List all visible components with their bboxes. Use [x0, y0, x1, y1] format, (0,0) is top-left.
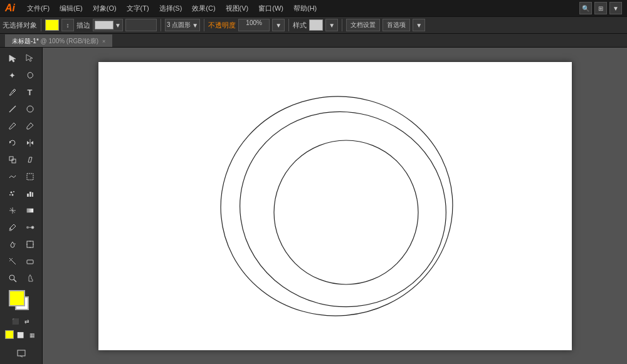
tool-row-7: [4, 152, 39, 168]
tab-close-button[interactable]: ×: [102, 38, 105, 44]
color-swatch-container: [9, 290, 34, 313]
stroke-arrow[interactable]: ↕: [61, 19, 74, 31]
menu-window[interactable]: 窗口(W): [254, 3, 288, 14]
menu-object[interactable]: 对象(O): [88, 3, 121, 14]
selection-tool[interactable]: [4, 50, 21, 66]
menu-view[interactable]: 视图(V): [221, 3, 253, 14]
column-graph-tool[interactable]: [21, 185, 39, 202]
svg-point-35: [211, 86, 461, 325]
artboard: [98, 62, 572, 350]
main-area: ✦ T: [0, 48, 627, 364]
shear-tool[interactable]: [21, 152, 39, 168]
svg-line-31: [14, 279, 16, 282]
scale-tool[interactable]: [4, 152, 21, 168]
menu-select[interactable]: 选择(S): [155, 3, 187, 14]
opacity-arrow[interactable]: ▼: [272, 19, 285, 31]
warp-tool[interactable]: [4, 169, 21, 185]
svg-rect-4: [9, 157, 13, 160]
fill-swatch[interactable]: [45, 19, 59, 31]
gradient-fill-icon[interactable]: ▦: [28, 330, 38, 340]
app-logo: Ai: [5, 3, 15, 14]
tool-row-12: [4, 236, 39, 252]
prefs-button[interactable]: 首选项: [382, 19, 410, 31]
menu-help[interactable]: 帮助(H): [289, 3, 321, 14]
point-style-dropdown[interactable]: 3 点圆形▼: [165, 19, 200, 31]
arrange-windows-button[interactable]: ⊞: [594, 2, 607, 14]
tool-row-10: [4, 202, 39, 219]
pen-tool[interactable]: [4, 84, 21, 100]
search-button[interactable]: 🔍: [579, 2, 592, 14]
swap-colors-icon[interactable]: ⇄: [22, 316, 32, 326]
pencil-tool[interactable]: [21, 118, 39, 134]
free-transform-tool[interactable]: [21, 169, 39, 185]
tool-row-6: [4, 135, 39, 151]
line-tool[interactable]: [4, 101, 21, 117]
tool-row-11: [4, 219, 39, 236]
toolbox: ✦ T: [0, 48, 43, 364]
tool-row-14: [4, 270, 39, 286]
more-ctrl-options[interactable]: ▼: [413, 19, 425, 31]
blend-tool[interactable]: [21, 219, 39, 236]
svg-rect-22: [27, 241, 33, 247]
menu-file[interactable]: 文件(F): [23, 3, 54, 14]
mesh-tool[interactable]: [4, 202, 21, 219]
svg-point-1: [27, 106, 33, 112]
svg-rect-11: [27, 194, 29, 197]
swatch-icons-row: ⬛ ⇄: [10, 316, 32, 326]
zoom-tool[interactable]: [4, 270, 21, 286]
fill-type-row: ⬜ ▦: [5, 330, 38, 340]
svg-line-21: [14, 243, 16, 244]
fill-color-icon[interactable]: [5, 330, 14, 339]
stroke-label: 描边: [76, 21, 90, 30]
color-swatches-area: ⬛ ⇄ ⬜ ▦: [5, 288, 38, 345]
ellipse-tool[interactable]: [21, 101, 39, 117]
separator-2: [161, 19, 161, 31]
magic-wand-tool[interactable]: ✦: [4, 67, 21, 83]
slice-tool[interactable]: [4, 253, 21, 269]
default-colors-icon[interactable]: ⬛: [10, 316, 20, 326]
document-tab[interactable]: 未标题-1* @ 100% (RGB/轮廓) ×: [5, 34, 112, 47]
paintbrush-tool[interactable]: [4, 118, 21, 134]
symbol-sprayer-tool[interactable]: [4, 185, 21, 202]
options-toolbar: 无选择对象 ↕ 描边 ▼ 3 点圆形▼ 不透明度 100% ▼ 样式 ▼ 文档设…: [0, 17, 627, 34]
svg-point-36: [218, 88, 468, 330]
gradient-tool[interactable]: [21, 202, 39, 219]
live-paint-bucket-tool[interactable]: [4, 236, 21, 252]
screen-mode-button[interactable]: [13, 345, 30, 361]
direct-selection-tool[interactable]: [21, 50, 39, 66]
canvas-area: [43, 48, 627, 364]
tool-row-5: [4, 118, 39, 134]
svg-rect-6: [27, 174, 33, 180]
doc-settings-button[interactable]: 文档设置: [346, 19, 380, 31]
menu-text[interactable]: 文字(T): [122, 3, 154, 14]
style-swatch[interactable]: [309, 19, 323, 31]
opacity-input[interactable]: 100%: [238, 19, 270, 31]
menu-effects[interactable]: 效果(C): [187, 3, 219, 14]
foreground-color-swatch[interactable]: [9, 290, 25, 306]
eyedropper-tool[interactable]: [4, 219, 21, 236]
hand-tool[interactable]: [21, 270, 39, 286]
svg-point-30: [9, 275, 14, 280]
svg-rect-5: [12, 159, 16, 163]
rotate-tool[interactable]: [4, 135, 21, 151]
svg-line-27: [9, 258, 16, 264]
style-label: 样式: [293, 21, 307, 30]
eraser-tool[interactable]: [21, 253, 39, 269]
drawing-canvas: [98, 62, 572, 350]
tab-bar: 未标题-1* @ 100% (RGB/轮廓) ×: [0, 34, 627, 48]
tool-row-1: [4, 50, 39, 66]
more-options-button[interactable]: ▼: [609, 2, 622, 14]
none-fill-icon[interactable]: ⬜: [16, 330, 26, 340]
type-tool[interactable]: T: [21, 84, 39, 100]
menu-edit[interactable]: 编辑(E): [55, 3, 87, 14]
lasso-tool[interactable]: [21, 67, 39, 83]
no-selection-label: 无选择对象: [3, 21, 37, 30]
svg-rect-29: [27, 260, 33, 264]
svg-point-37: [274, 140, 418, 284]
style-dropdown-arrow[interactable]: ▼: [325, 19, 338, 31]
artboard-tool[interactable]: [21, 236, 39, 252]
stroke-width-input[interactable]: [125, 19, 157, 31]
stroke-color-dropdown[interactable]: ▼: [93, 19, 123, 31]
tool-row-4: [4, 101, 39, 117]
reflect-tool[interactable]: [21, 135, 39, 151]
